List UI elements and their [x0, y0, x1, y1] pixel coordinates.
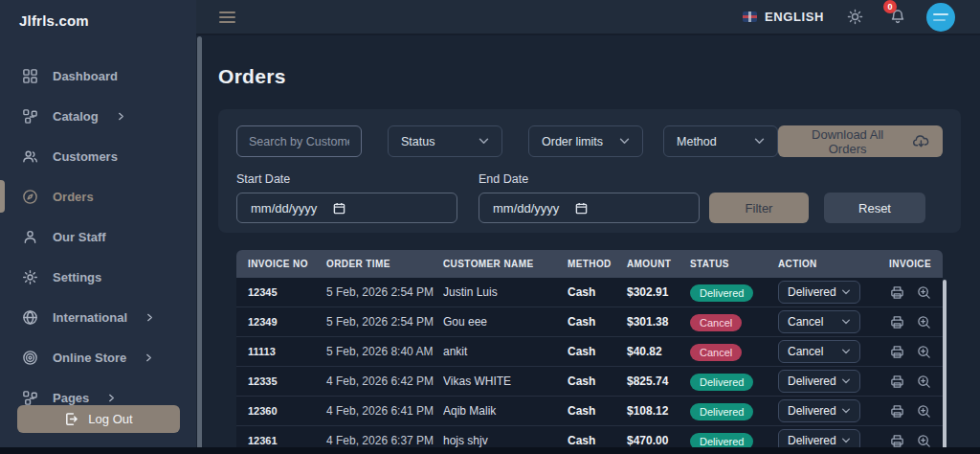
filter-row: Status Order limits Method Download All … [236, 125, 943, 157]
print-invoice-icon[interactable] [890, 345, 904, 359]
status-change-value: Delivered [788, 285, 836, 299]
main-area: ENGLISH 0 Orders Status [196, 0, 980, 454]
notification-badge: 0 [883, 0, 897, 13]
table-row: 12335 4 Feb, 2026 6:42 PM Vikas WHITE Ca… [236, 367, 943, 397]
sidebar-item-label: Dashboard [53, 69, 118, 83]
sidebar-item-orders[interactable]: Orders [0, 176, 196, 216]
status-change-value: Cancel [788, 345, 823, 358]
reset-button[interactable]: Reset [824, 193, 925, 223]
sidebar-item-catalog[interactable]: Catalog [0, 96, 196, 136]
start-date-value: mm/dd/yyyy [251, 201, 317, 216]
view-invoice-icon[interactable] [917, 404, 931, 419]
sidebar-item-customers[interactable]: Customers [0, 136, 196, 176]
globe-icon [21, 308, 38, 326]
view-invoice-icon[interactable] [917, 285, 931, 300]
cell-method: Cash [568, 404, 627, 418]
sidebar-item-our-staff[interactable]: Our Staff [0, 216, 196, 257]
avatar[interactable] [926, 3, 955, 32]
sidebar-item-international[interactable]: International [0, 297, 196, 337]
cell-method: Cash [568, 345, 627, 358]
start-date-group: Start Date mm/dd/yyyy [236, 172, 457, 223]
chevron-right-icon [145, 313, 154, 322]
sidebar-item-label: Online Store [53, 351, 126, 365]
status-change-select[interactable]: Delivered [778, 399, 860, 422]
print-invoice-icon[interactable] [890, 375, 904, 389]
cell-order-time: 5 Feb, 2026 8:40 AM [326, 345, 443, 358]
start-date-input[interactable]: mm/dd/yyyy [236, 193, 457, 223]
language-selector[interactable]: ENGLISH [765, 10, 824, 24]
table-row: 12360 4 Feb, 2026 6:41 PM Aqib Malik Cas… [236, 397, 943, 426]
print-invoice-icon[interactable] [890, 285, 904, 300]
download-all-orders-label: Download All Orders [791, 127, 903, 156]
chevron-down-icon [479, 138, 489, 145]
cell-invoice-no: 12345 [248, 286, 326, 298]
cell-method: Cash [568, 285, 627, 299]
sidebar-scrollbar[interactable] [197, 36, 202, 452]
method-select-value: Method [677, 135, 717, 148]
chevron-down-icon [754, 138, 765, 145]
search-input[interactable] [236, 125, 362, 157]
pages-icon [21, 389, 38, 406]
cell-amount: $302.91 [627, 285, 690, 299]
chevron-right-icon [117, 112, 125, 121]
view-invoice-icon[interactable] [917, 375, 931, 389]
order-limits-select[interactable]: Order limits [528, 125, 643, 157]
settings-icon [21, 268, 38, 285]
table-scrollbar[interactable] [943, 280, 947, 454]
theme-toggle-icon[interactable] [847, 9, 863, 25]
print-invoice-icon[interactable] [890, 434, 904, 448]
chevron-down-icon [619, 138, 630, 145]
cell-amount: $825.74 [627, 375, 690, 388]
status-change-select[interactable]: Delivered [778, 281, 860, 304]
chevron-right-icon [145, 353, 153, 362]
status-change-select[interactable]: Cancel [778, 340, 860, 363]
method-select[interactable]: Method [663, 125, 778, 157]
cell-order-time: 4 Feb, 2026 6:37 PM [326, 434, 443, 447]
filters-panel: Status Order limits Method Download All … [218, 109, 961, 233]
logout-icon [64, 412, 78, 426]
status-badge: Delivered [690, 403, 753, 420]
status-change-select[interactable]: Cancel [778, 310, 860, 333]
chevron-down-icon [841, 378, 851, 384]
end-date-value: mm/dd/yyyy [493, 201, 559, 216]
view-invoice-icon[interactable] [917, 315, 931, 329]
calendar-icon [333, 202, 345, 215]
col-amount: AMOUNT [627, 259, 690, 269]
sidebar-item-dashboard[interactable]: Dashboard [0, 56, 196, 96]
status-select-value: Status [401, 135, 434, 148]
col-order-time: ORDER TIME [326, 259, 443, 269]
cell-customer: Gou eee [443, 315, 568, 329]
cell-method: Cash [568, 315, 627, 329]
cell-invoice-no: 12361 [248, 435, 326, 446]
print-invoice-icon[interactable] [890, 404, 904, 419]
status-change-select[interactable]: Delivered [778, 370, 860, 393]
view-invoice-icon[interactable] [917, 434, 931, 448]
status-badge: Delivered [690, 284, 753, 302]
filter-button[interactable]: Filter [709, 193, 809, 223]
status-select[interactable]: Status [388, 125, 502, 157]
logout-button[interactable]: Log Out [17, 405, 180, 433]
col-method: METHOD [568, 259, 627, 269]
page-title: Orders [218, 64, 961, 89]
cloud-download-icon [913, 134, 929, 148]
sidebar-item-online-store[interactable]: Online Store [0, 337, 196, 377]
end-date-label: End Date [479, 172, 700, 186]
menu-icon[interactable] [219, 11, 235, 23]
download-all-orders-button[interactable]: Download All Orders [778, 125, 943, 157]
chevron-down-icon [841, 438, 851, 443]
end-date-group: End Date mm/dd/yyyy [479, 172, 700, 223]
cell-customer: hojs shjv [443, 434, 568, 447]
notifications-button[interactable]: 0 [890, 9, 905, 25]
view-invoice-icon[interactable] [917, 345, 931, 359]
end-date-input[interactable]: mm/dd/yyyy [479, 193, 700, 223]
table-row: 12349 5 Feb, 2026 2:54 PM Gou eee Cash $… [236, 307, 943, 337]
sidebar-item-settings[interactable]: Settings [0, 257, 196, 297]
col-customer-name: CUSTOMER NAME [443, 259, 568, 269]
table-header: INVOICE NO ORDER TIME CUSTOMER NAME METH… [236, 250, 943, 278]
col-action: ACTION [778, 259, 885, 269]
cell-method: Cash [568, 434, 627, 447]
col-invoice-no: INVOICE NO [248, 259, 326, 269]
topbar: ENGLISH 0 [196, 0, 980, 35]
chevron-down-icon [841, 289, 851, 295]
print-invoice-icon[interactable] [890, 315, 904, 329]
